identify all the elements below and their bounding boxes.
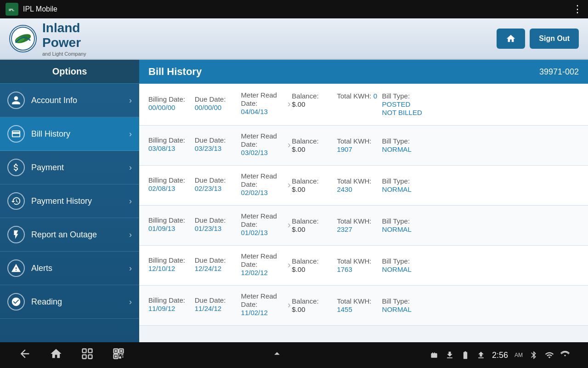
balance-label: Balance:	[292, 297, 318, 305]
bill-item[interactable]: Billing Date: 00/00/00 Due Date: 00/00/0…	[139, 84, 588, 126]
balance-value: $.00	[292, 225, 305, 233]
status-bar: IPL IPL Mobile ⋮	[0, 0, 588, 18]
meter-read-value: 03/02/13	[241, 149, 268, 156]
total-kwh-value: 1763	[337, 265, 352, 273]
meter-read-value: 01/02/13	[241, 229, 268, 236]
due-date-value: 02/23/13	[195, 184, 221, 192]
header: InlandPower and Light Company Sign Out	[0, 18, 588, 60]
bill-item[interactable]: Billing Date: 11/09/12 Due Date: 11/24/1…	[139, 286, 588, 326]
bill-type-label: Bill Type:	[382, 297, 410, 305]
due-date-value: 12/24/12	[195, 264, 221, 272]
meter-read-value: 11/02/12	[241, 309, 268, 316]
chevron-right-icon-3: ›	[129, 163, 132, 172]
due-date-label: Due Date:	[195, 256, 226, 264]
usb-icon	[430, 351, 439, 360]
sidebar-label-payment-history: Payment History	[31, 196, 129, 206]
chevron-right-icon-6: ›	[129, 264, 132, 273]
bill-item[interactable]: Billing Date: 12/10/12 Due Date: 12/24/1…	[139, 246, 588, 286]
signout-button[interactable]: Sign Out	[530, 29, 579, 49]
svg-rect-11	[83, 355, 86, 358]
bill-type-label: Bill Type:	[382, 137, 410, 145]
balance-value: $.00	[292, 100, 305, 108]
app-icon: IPL	[6, 3, 18, 16]
bill-items-container: Billing Date: 00/00/00 Due Date: 00/00/0…	[139, 84, 588, 326]
total-kwh-value: 2327	[337, 225, 352, 233]
billing-date-label: Billing Date:	[148, 136, 185, 144]
balance-label: Balance:	[292, 257, 318, 265]
header-buttons: Sign Out	[497, 29, 579, 49]
chevron-right-icon: ›	[129, 96, 132, 105]
home-button[interactable]	[497, 29, 525, 49]
meter-read-label: Meter Read Date:	[241, 212, 277, 228]
logo-circle	[9, 25, 37, 52]
clock-icon	[7, 192, 25, 210]
chevron-icon: ›	[283, 139, 292, 150]
content-title: Bill History	[148, 66, 202, 78]
dollar-icon	[7, 159, 25, 176]
due-date-label: Due Date:	[195, 176, 226, 184]
billing-date-label: Billing Date:	[148, 95, 185, 103]
bill-item[interactable]: Billing Date: 01/09/13 Due Date: 01/23/1…	[139, 206, 588, 246]
home-nav-button[interactable]	[50, 347, 62, 363]
time-period: AM	[514, 352, 523, 358]
meter-read-value: 12/02/12	[241, 269, 268, 276]
upload-icon	[476, 351, 486, 360]
svg-rect-17	[115, 356, 117, 358]
total-kwh-label: Total KWH:	[337, 137, 371, 145]
back-button[interactable]	[18, 347, 31, 363]
sidebar-item-payment[interactable]: Payment ›	[0, 151, 139, 184]
meter-read-label: Meter Read Date:	[241, 91, 277, 107]
bottom-center-button[interactable]	[271, 347, 283, 363]
balance-label: Balance:	[292, 217, 318, 225]
total-kwh-value: 1907	[337, 145, 352, 153]
lightning-icon	[7, 226, 25, 243]
billing-date-value: 02/08/13	[148, 184, 175, 192]
chevron-right-icon-7: ›	[129, 297, 132, 307]
sidebar-item-payment-history[interactable]: Payment History ›	[0, 184, 139, 218]
logo-main: InlandPower	[42, 21, 86, 50]
billing-date-label: Billing Date:	[148, 296, 185, 304]
bill-item[interactable]: Billing Date: 02/08/13 Due Date: 02/23/1…	[139, 166, 588, 206]
svg-rect-20	[119, 356, 121, 359]
balance-value: $.00	[292, 305, 305, 313]
total-kwh-value: 1455	[337, 305, 352, 313]
meter-read-value: 04/04/13	[241, 108, 268, 115]
recents-button[interactable]	[81, 347, 94, 363]
chevron-right-icon-4: ›	[129, 196, 132, 206]
sidebar-item-reading[interactable]: Reading ›	[0, 285, 139, 319]
sidebar-item-bill-history[interactable]: Bill History ›	[0, 117, 139, 151]
credit-card-icon	[7, 125, 25, 143]
dots-menu[interactable]: ⋮	[572, 3, 582, 15]
meter-read-label: Meter Read Date:	[241, 252, 277, 268]
svg-rect-9	[88, 349, 92, 353]
due-date-label: Due Date:	[195, 136, 226, 144]
bill-type-label: Bill Type:	[382, 177, 410, 185]
bill-type-value: NORMAL	[382, 225, 412, 233]
logo-area: InlandPower and Light Company	[9, 21, 86, 57]
bill-type-label: Bill Type:	[382, 92, 410, 100]
billing-date-value: 00/00/00	[148, 104, 175, 111]
qr-button[interactable]	[112, 347, 125, 363]
bill-type-value: NORMAL	[382, 305, 412, 313]
svg-rect-19	[121, 354, 124, 355]
chevron-right-icon-5: ›	[129, 230, 132, 240]
svg-rect-15	[120, 350, 123, 352]
total-kwh-label: Total KWH:	[337, 92, 373, 100]
chevron-icon: ›	[283, 98, 292, 109]
sidebar-item-alerts[interactable]: Alerts ›	[0, 252, 139, 285]
sidebar-item-account-info[interactable]: Account Info ›	[0, 84, 139, 117]
logo-text: InlandPower and Light Company	[42, 21, 86, 57]
svg-rect-13	[115, 350, 117, 352]
app-title: IPL Mobile	[23, 5, 57, 13]
due-date-value: 11/24/12	[195, 305, 221, 312]
sidebar-item-report-outage[interactable]: Report an Outage ›	[0, 218, 139, 252]
balance-value: $.00	[292, 265, 305, 273]
sidebar-label-account-info: Account Info	[31, 96, 129, 105]
sidebar-label-payment: Payment	[31, 163, 129, 172]
due-date-value: 01/23/13	[195, 224, 221, 232]
bill-type-label: Bill Type:	[382, 257, 410, 265]
total-kwh-value: 0	[373, 92, 377, 100]
meter-read-value: 02/02/13	[241, 189, 268, 196]
due-date-label: Due Date:	[195, 216, 226, 224]
bill-item[interactable]: Billing Date: 03/08/13 Due Date: 03/23/1…	[139, 126, 588, 166]
